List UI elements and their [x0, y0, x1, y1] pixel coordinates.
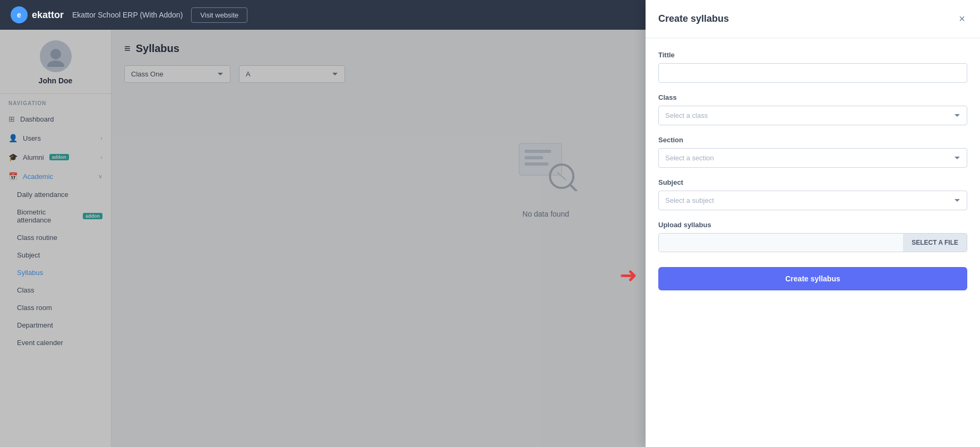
upload-label: Upload syllabus [658, 221, 967, 229]
upload-text-area [659, 234, 903, 252]
panel-header: Create syllabus × [646, 0, 980, 38]
class-label: Class [658, 93, 967, 101]
select-file-button[interactable]: SELECT A FILE [903, 234, 967, 252]
panel-title: Create syllabus [658, 13, 729, 24]
section-label: Section [658, 136, 967, 144]
logo-icon: e [11, 6, 28, 23]
app-name: ekattor [32, 10, 64, 21]
title-input[interactable] [658, 63, 967, 83]
create-syllabus-button[interactable]: Create syllabus [658, 267, 967, 290]
class-group: Class Select a class [658, 93, 967, 125]
panel-body: Tittle Class Select a class Section Sele… [646, 38, 980, 447]
subject-group: Subject Select a subject [658, 178, 967, 210]
arrow-indicator: ➜ [620, 263, 638, 287]
title-group: Tittle [658, 51, 967, 83]
logo: e ekattor [11, 6, 64, 23]
section-group: Section Select a section [658, 136, 967, 168]
upload-row: SELECT A FILE [658, 233, 967, 252]
visit-website-button[interactable]: Visit website [191, 7, 247, 23]
app-title: Ekattor School ERP (With Addon) [72, 11, 183, 19]
section-select[interactable]: Select a section [658, 148, 967, 168]
close-button[interactable]: × [957, 11, 967, 27]
title-label: Tittle [658, 51, 967, 59]
subject-select[interactable]: Select a subject [658, 191, 967, 210]
class-select[interactable]: Select a class [658, 106, 967, 125]
upload-group: Upload syllabus SELECT A FILE [658, 221, 967, 252]
create-syllabus-panel: Create syllabus × Tittle Class Select a … [646, 0, 980, 447]
subject-label: Subject [658, 178, 967, 186]
